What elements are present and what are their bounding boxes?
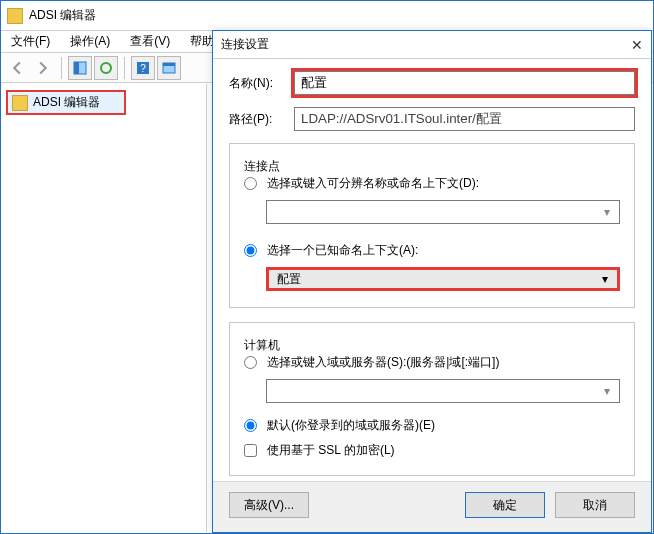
radio-dn-label: 选择或键入可分辨名称或命名上下文(D): <box>267 175 479 192</box>
radio-server-row[interactable]: 选择或键入域或服务器(S):(服务器|域[:端口]) <box>244 354 620 371</box>
radio-server[interactable] <box>244 356 257 369</box>
radio-default-label: 默认(你登录到的域或服务器)(E) <box>267 417 435 434</box>
refresh-button[interactable] <box>94 56 118 80</box>
connection-point-group: 连接点 选择或键入可分辨名称或命名上下文(D): ▾ 选择一个已知命名上下文(A… <box>229 143 635 308</box>
dialog-button-bar: 高级(V)... 确定 取消 <box>213 481 651 532</box>
tree-pane: ADSI 编辑器 <box>2 84 207 532</box>
ssl-checkbox[interactable] <box>244 444 257 457</box>
menu-view[interactable]: 查看(V) <box>124 31 176 52</box>
cancel-button-label: 取消 <box>583 497 607 514</box>
adsi-editor-node-icon <box>12 95 28 111</box>
svg-rect-6 <box>163 63 175 66</box>
ssl-checkbox-row[interactable]: 使用基于 SSL 的加密(L) <box>244 442 620 459</box>
naming-context-combo[interactable]: 配置 ▾ <box>266 267 620 291</box>
app-icon <box>7 8 23 24</box>
help-button[interactable]: ? <box>131 56 155 80</box>
panel-button[interactable] <box>157 56 181 80</box>
path-row: 路径(P): <box>229 107 635 131</box>
radio-naming-row[interactable]: 选择一个已知命名上下文(A): <box>244 242 620 259</box>
computer-legend: 计算机 <box>244 338 280 352</box>
chevron-down-icon: ▾ <box>599 204 615 220</box>
connection-point-legend: 连接点 <box>244 159 280 173</box>
chevron-down-icon: ▾ <box>597 271 613 287</box>
radio-naming-context[interactable] <box>244 244 257 257</box>
forward-button[interactable] <box>31 56 55 80</box>
window-title: ADSI 编辑器 <box>29 7 96 24</box>
dialog-body: 名称(N): 路径(P): 连接点 选择或键入可分辨名称或命名上下文(D): ▾… <box>213 59 651 476</box>
menu-action[interactable]: 操作(A) <box>64 31 116 52</box>
close-icon[interactable]: ✕ <box>631 37 643 53</box>
dialog-title: 连接设置 <box>221 36 269 53</box>
toolbar-divider-2 <box>124 57 125 79</box>
ok-button-label: 确定 <box>493 497 517 514</box>
toolbar-divider <box>61 57 62 79</box>
naming-context-value: 配置 <box>277 271 301 288</box>
radio-default[interactable] <box>244 419 257 432</box>
path-input <box>294 107 635 131</box>
menu-file[interactable]: 文件(F) <box>5 31 56 52</box>
ssl-checkbox-label: 使用基于 SSL 的加密(L) <box>267 442 395 459</box>
cancel-button[interactable]: 取消 <box>555 492 635 518</box>
advanced-button-label: 高级(V)... <box>244 497 294 514</box>
name-label: 名称(N): <box>229 75 284 92</box>
radio-dn-row[interactable]: 选择或键入可分辨名称或命名上下文(D): <box>244 175 620 192</box>
radio-naming-label: 选择一个已知命名上下文(A): <box>267 242 418 259</box>
svg-text:?: ? <box>140 63 146 74</box>
advanced-button[interactable]: 高级(V)... <box>229 492 309 518</box>
ok-button[interactable]: 确定 <box>465 492 545 518</box>
tree-root-label: ADSI 编辑器 <box>33 94 100 111</box>
server-combo[interactable]: ▾ <box>266 379 620 403</box>
chevron-down-icon: ▾ <box>599 383 615 399</box>
back-button[interactable] <box>5 56 29 80</box>
tree-root-adsi-editor[interactable]: ADSI 编辑器 <box>6 90 126 115</box>
radio-default-row[interactable]: 默认(你登录到的域或服务器)(E) <box>244 417 620 434</box>
dn-combo[interactable]: ▾ <box>266 200 620 224</box>
connection-settings-dialog: 连接设置 ✕ 名称(N): 路径(P): 连接点 选择或键入可分辨名称或命名上下… <box>212 30 652 533</box>
radio-server-label: 选择或键入域或服务器(S):(服务器|域[:端口]) <box>267 354 499 371</box>
dialog-titlebar: 连接设置 ✕ <box>213 31 651 59</box>
radio-dn[interactable] <box>244 177 257 190</box>
titlebar: ADSI 编辑器 <box>1 1 653 31</box>
path-label: 路径(P): <box>229 111 284 128</box>
name-input[interactable] <box>294 71 635 95</box>
name-row: 名称(N): <box>229 71 635 95</box>
computer-group: 计算机 选择或键入域或服务器(S):(服务器|域[:端口]) ▾ 默认(你登录到… <box>229 322 635 476</box>
svg-rect-1 <box>74 62 79 74</box>
show-hide-console-tree-button[interactable] <box>68 56 92 80</box>
